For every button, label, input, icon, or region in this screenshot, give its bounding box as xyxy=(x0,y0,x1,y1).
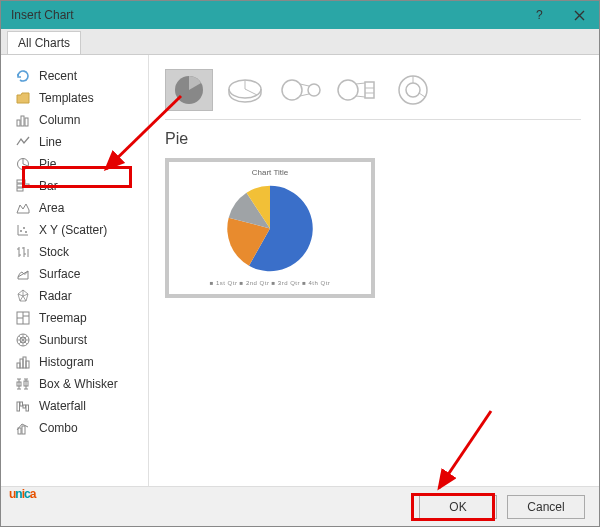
sidebar-item-label: Stock xyxy=(39,245,69,259)
sidebar-item-label: Line xyxy=(39,135,62,149)
pie-subtype-row xyxy=(165,69,581,111)
svg-point-10 xyxy=(25,231,27,233)
close-button[interactable] xyxy=(559,1,599,29)
box-whisker-icon xyxy=(15,376,31,392)
sidebar-item-label: Recent xyxy=(39,69,77,83)
svg-rect-25 xyxy=(22,426,25,434)
ok-button[interactable]: OK xyxy=(419,495,497,519)
tab-all-charts[interactable]: All Charts xyxy=(7,31,81,54)
sidebar-item-label: Surface xyxy=(39,267,80,281)
combo-icon xyxy=(15,420,31,436)
svg-point-33 xyxy=(406,83,420,97)
sidebar-item-label: Pie xyxy=(39,157,56,171)
svg-point-28 xyxy=(282,80,302,100)
svg-rect-22 xyxy=(23,405,26,408)
surface-icon xyxy=(15,266,31,282)
sidebar-item-bar[interactable]: Bar xyxy=(1,175,148,197)
sidebar-item-surface[interactable]: Surface xyxy=(1,263,148,285)
section-title: Pie xyxy=(165,130,581,148)
preview-pie-icon xyxy=(220,181,320,276)
sidebar-item-column[interactable]: Column xyxy=(1,109,148,131)
sidebar-item-pie[interactable]: Pie xyxy=(1,153,148,175)
svg-point-9 xyxy=(23,227,25,229)
sidebar-item-label: Treemap xyxy=(39,311,87,325)
svg-rect-6 xyxy=(17,184,29,187)
main-panel: Pie Chart Title ■ 1st Qtr ■ 2nd Qtr ■ 3r… xyxy=(149,55,599,486)
svg-rect-23 xyxy=(26,405,29,411)
stock-icon xyxy=(15,244,31,260)
sidebar-item-stock[interactable]: Stock xyxy=(1,241,148,263)
sidebar-item-label: Area xyxy=(39,201,64,215)
sidebar-item-treemap[interactable]: Treemap xyxy=(1,307,148,329)
preview-legend: ■ 1st Qtr ■ 2nd Qtr ■ 3rd Qtr ■ 4th Qtr xyxy=(210,280,331,286)
histogram-icon xyxy=(15,354,31,370)
divider xyxy=(165,119,581,120)
subtype-doughnut[interactable] xyxy=(389,69,437,111)
title-bar: Insert Chart ? xyxy=(1,1,599,29)
sidebar-item-label: Waterfall xyxy=(39,399,86,413)
dialog-content: Recent Templates Column Line Pie Bar Are… xyxy=(1,55,599,486)
sidebar-item-boxwhisker[interactable]: Box & Whisker xyxy=(1,373,148,395)
svg-rect-2 xyxy=(21,116,24,126)
scatter-icon xyxy=(15,222,31,238)
radar-icon xyxy=(15,288,31,304)
sidebar-item-radar[interactable]: Radar xyxy=(1,285,148,307)
sidebar-item-label: Column xyxy=(39,113,80,127)
svg-rect-20 xyxy=(17,402,20,411)
sidebar-item-scatter[interactable]: X Y (Scatter) xyxy=(1,219,148,241)
templates-icon xyxy=(15,90,31,106)
subtype-3d-pie[interactable] xyxy=(221,69,269,111)
sidebar-item-recent[interactable]: Recent xyxy=(1,65,148,87)
waterfall-icon xyxy=(15,398,31,414)
help-button[interactable]: ? xyxy=(519,1,559,29)
recent-icon xyxy=(15,68,31,84)
dialog-footer: OK Cancel xyxy=(1,486,599,526)
tab-strip: All Charts xyxy=(1,29,599,55)
window-title: Insert Chart xyxy=(11,8,519,22)
svg-rect-3 xyxy=(25,118,28,126)
subtype-pie[interactable] xyxy=(165,69,213,111)
sidebar-item-label: X Y (Scatter) xyxy=(39,223,107,237)
sunburst-icon xyxy=(15,332,31,348)
sidebar-item-label: Templates xyxy=(39,91,94,105)
sidebar-item-label: Combo xyxy=(39,421,78,435)
cancel-button[interactable]: Cancel xyxy=(507,495,585,519)
chart-preview[interactable]: Chart Title ■ 1st Qtr ■ 2nd Qtr ■ 3rd Qt… xyxy=(165,158,375,298)
sidebar-item-waterfall[interactable]: Waterfall xyxy=(1,395,148,417)
bar-icon xyxy=(15,178,31,194)
sidebar-item-label: Sunburst xyxy=(39,333,87,347)
svg-rect-31 xyxy=(365,82,374,98)
treemap-icon xyxy=(15,310,31,326)
svg-rect-1 xyxy=(17,120,20,126)
sidebar-item-combo[interactable]: Combo xyxy=(1,417,148,439)
sidebar-item-sunburst[interactable]: Sunburst xyxy=(1,329,148,351)
sidebar-item-label: Box & Whisker xyxy=(39,377,118,391)
svg-point-30 xyxy=(338,80,358,100)
pie-icon xyxy=(15,156,31,172)
svg-rect-7 xyxy=(17,188,23,191)
svg-point-29 xyxy=(308,84,320,96)
line-icon xyxy=(15,134,31,150)
area-icon xyxy=(15,200,31,216)
column-icon xyxy=(15,112,31,128)
sidebar-item-line[interactable]: Line xyxy=(1,131,148,153)
subtype-bar-of-pie[interactable] xyxy=(333,69,381,111)
svg-text:?: ? xyxy=(536,9,543,21)
svg-point-8 xyxy=(20,230,22,232)
svg-rect-17 xyxy=(26,361,29,368)
svg-rect-5 xyxy=(17,180,25,183)
sidebar-item-histogram[interactable]: Histogram xyxy=(1,351,148,373)
svg-rect-21 xyxy=(20,402,23,406)
sidebar-item-label: Bar xyxy=(39,179,58,193)
sidebar-item-label: Histogram xyxy=(39,355,94,369)
sidebar-item-area[interactable]: Area xyxy=(1,197,148,219)
sidebar-item-label: Radar xyxy=(39,289,72,303)
subtype-pie-of-pie[interactable] xyxy=(277,69,325,111)
sidebar-item-templates[interactable]: Templates xyxy=(1,87,148,109)
chart-type-sidebar: Recent Templates Column Line Pie Bar Are… xyxy=(1,55,149,486)
preview-chart-title: Chart Title xyxy=(252,168,288,177)
